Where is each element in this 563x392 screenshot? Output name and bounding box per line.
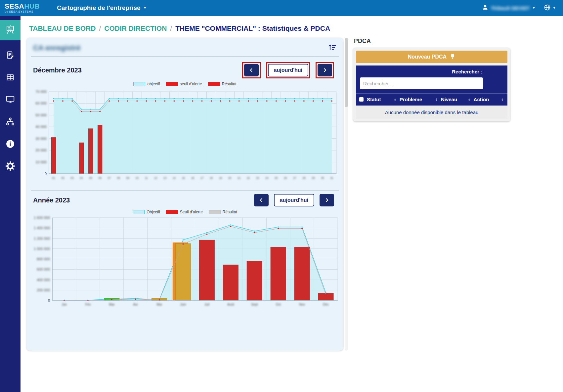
svg-text:17: 17 [200,176,204,180]
column-header-niveau[interactable]: Niveau ▲▼ [441,97,474,102]
ca-dashboard-card: CA enregistré Décembre 2023 aujourd'hui [26,38,343,351]
sidebar-item-organization[interactable] [0,113,21,131]
annotation-box [242,62,261,78]
main-area: TABLEAU DE BORD/CODIR DIRECTION/THEME "C… [21,16,563,392]
pdca-title: PDCA [354,38,510,45]
column-header-probleme[interactable]: Probleme ▲▼ [400,97,441,102]
section-year-header: Année 2023 aujourd'hui [31,191,339,207]
sort-icon[interactable] [327,43,337,53]
svg-text:10: 10 [136,176,139,180]
december-nav-controls: aujourd'hui [242,62,334,78]
column-header-action[interactable]: Action ▲▼ [474,97,504,102]
year-chart-svg: 0200 000400 000600 000800 0001 000 0001 … [31,214,344,313]
brand-text: SESA [5,2,24,10]
sort-arrows-icon: ▲▼ [468,98,470,101]
user-menu[interactable]: Thibault DEVIDT ▼ [482,4,535,12]
section-december-header: Décembre 2023 aujourd'hui [31,59,339,79]
svg-text:11: 11 [145,176,148,180]
svg-text:600 000: 600 000 [37,267,50,271]
today-button[interactable]: aujourd'hui [274,194,314,206]
legend-item: objectif [133,82,160,86]
svg-text:70 000: 70 000 [35,90,47,94]
svg-text:05: 05 [89,176,92,180]
svg-text:Nov: Nov [299,303,305,306]
column-label: Probleme [400,97,422,102]
select-all-checkbox[interactable] [359,97,364,102]
svg-text:0: 0 [48,298,50,302]
svg-text:02: 02 [61,176,65,180]
svg-text:27: 27 [293,176,296,180]
new-pdca-label: Nouveau PDCA [408,54,447,60]
app-menu-label: Cartographie de l'entreprise [57,4,141,12]
user-name: Thibault DEVIDT [491,5,530,11]
column-header-statut[interactable]: Statut ▲▼ [367,97,400,102]
navbar-right: Thibault DEVIDT ▼ ▼ [482,4,556,12]
prev-period-button[interactable] [254,194,269,206]
chart-legend: objectifseuil d'alerteRésultat [31,82,339,86]
chevron-down-icon: ▼ [144,6,147,10]
brand-logo[interactable]: SESAHUB by SESA SYSTEMS [0,3,52,13]
svg-text:10 000: 10 000 [35,160,47,164]
divider [31,190,339,191]
svg-text:Sept: Sept [251,303,258,306]
svg-text:400 000: 400 000 [37,278,50,282]
globe-icon [544,4,551,12]
sidebar-item-info[interactable] [0,136,21,153]
board-icon [5,24,15,36]
search-input[interactable] [360,77,483,89]
svg-text:200 000: 200 000 [37,288,50,292]
scrollbar[interactable] [345,38,348,351]
svg-text:13: 13 [163,176,167,180]
app-menu[interactable]: Cartographie de l'entreprise ▼ [57,4,147,12]
next-period-button[interactable] [318,64,332,76]
breadcrumb-current: THEME "COMMERCIAL" : Statistiques & PDCA [175,24,330,32]
scrollbar-thumb[interactable] [345,38,348,107]
gear-icon [5,161,15,172]
prev-period-button[interactable] [244,64,259,76]
language-menu[interactable]: ▼ [544,4,556,12]
pdca-search-block: Rechercher : [356,65,507,93]
brand-subtitle: by SESA SYSTEMS [5,10,52,13]
sidebar-item-screens[interactable] [0,91,21,109]
breadcrumb-codir[interactable]: CODIR DIRECTION [104,24,167,32]
sidebar-item-audit[interactable] [0,47,21,65]
breadcrumb-dashboard[interactable]: TABLEAU DE BORD [29,24,96,32]
svg-text:08: 08 [117,176,120,180]
svg-text:Fév: Fév [85,303,91,306]
svg-text:04: 04 [80,176,83,180]
next-period-button[interactable] [320,194,334,206]
breadcrumb-separator: / [99,24,101,32]
legend-item: seuil d'alerte [166,82,202,86]
svg-text:1 600 000: 1 600 000 [34,216,50,220]
sort-arrows-icon: ▲▼ [501,98,503,101]
new-pdca-button[interactable]: Nouveau PDCA [356,51,507,63]
svg-text:31: 31 [330,176,333,180]
section-december-title: Décembre 2023 [33,66,82,74]
search-label: Rechercher : [360,69,503,74]
legend-item: Objectif [133,210,160,214]
svg-text:40 000: 40 000 [35,125,47,129]
svg-text:18: 18 [210,176,213,180]
section-year-title: Année 2023 [33,196,70,204]
svg-text:1 200 000: 1 200 000 [34,237,50,240]
content-row: CA enregistré Décembre 2023 aujourd'hui [21,38,563,351]
column-label: Niveau [441,97,457,102]
svg-text:19: 19 [219,176,222,180]
svg-text:Juin: Juin [180,303,186,306]
legend-item: Résultat [208,82,237,86]
svg-text:26: 26 [284,176,287,180]
today-button[interactable]: aujourd'hui [268,64,308,76]
sidebar [0,16,21,392]
table-empty-message: Aucune donnée disponible dans le tableau [356,106,507,119]
svg-text:01: 01 [52,176,55,180]
svg-text:24: 24 [265,176,269,180]
sidebar-item-settings[interactable] [0,158,21,176]
svg-text:28: 28 [302,176,306,180]
svg-text:Déc: Déc [323,303,329,306]
sidebar-item-documents[interactable] [0,69,21,87]
svg-text:60 000: 60 000 [35,101,47,105]
svg-text:23: 23 [256,176,259,180]
svg-text:09: 09 [126,176,130,180]
sidebar-item-dashboard[interactable] [0,20,21,40]
svg-text:Mai: Mai [157,303,162,306]
